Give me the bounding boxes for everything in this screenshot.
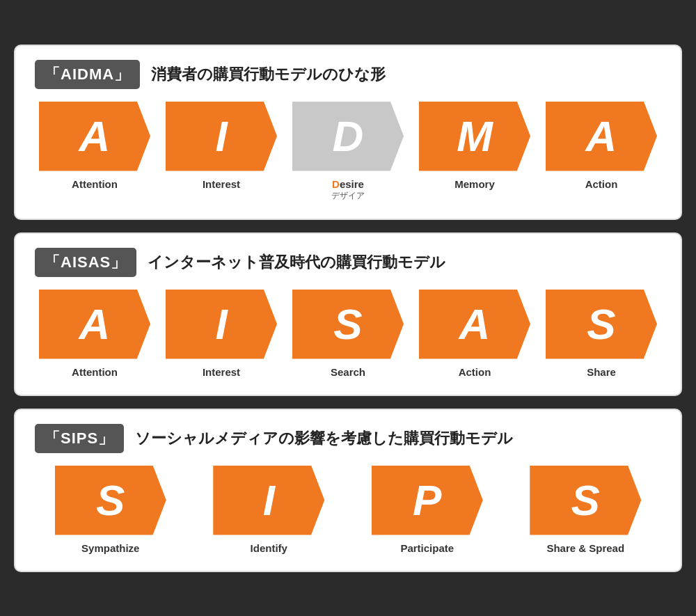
arrow-shape-aisas-1: I <box>166 290 277 359</box>
arrow-letter-aidma-0: A <box>79 115 111 158</box>
section-aidma: 「AIDMA」消費者の購買行動モデルのひな形AAttentionIInteres… <box>14 45 682 220</box>
section-tag-aidma: 「AIDMA」 <box>35 60 140 89</box>
arrow-letter-aidma-3: M <box>457 115 493 158</box>
arrow-label-sips-1: Identify <box>251 542 287 554</box>
arrow-item-aidma-3: MMemory <box>415 102 535 190</box>
arrow-letter-aisas-0: A <box>79 303 111 346</box>
arrow-shape-aisas-4: S <box>546 290 657 359</box>
arrow-shape-aisas-3: A <box>419 290 530 359</box>
arrow-label-desire: Desire <box>332 178 364 190</box>
section-tag-aisas: 「AISAS」 <box>35 248 136 277</box>
arrow-item-sips-0: SSympathize <box>35 466 187 554</box>
arrow-item-aidma-2: DDesireデザイア <box>288 102 408 202</box>
section-title-aidma: 消費者の購買行動モデルのひな形 <box>151 64 386 85</box>
arrow-letter-aidma-4: A <box>586 115 617 158</box>
arrow-label-aisas-1: Interest <box>203 366 240 378</box>
arrow-label-sips-0: Sympathize <box>81 542 139 554</box>
main-container: 「AIDMA」消費者の購買行動モデルのひな形AAttentionIInteres… <box>14 45 682 572</box>
section-title-sips: ソーシャルメディアの影響を考慮した購買行動モデル <box>135 428 513 449</box>
arrow-item-aidma-4: AAction <box>541 102 661 190</box>
section-header-aidma: 「AIDMA」消費者の購買行動モデルのひな形 <box>35 60 661 89</box>
arrow-letter-sips-2: P <box>413 479 441 522</box>
arrow-item-aisas-2: SSearch <box>288 290 408 378</box>
section-title-aisas: インターネット普及時代の購買行動モデル <box>148 252 445 273</box>
arrow-shape-aidma-4: A <box>546 102 657 171</box>
arrow-label-aisas-4: Share <box>587 366 616 378</box>
arrows-row-aisas: AAttentionIInterestSSearchAActionSShare <box>35 290 661 378</box>
arrow-letter-aidma-2: D <box>333 115 364 158</box>
arrow-letter-aisas-1: I <box>215 303 227 346</box>
arrow-letter-aisas-2: S <box>333 303 362 346</box>
arrow-shape-aisas-0: A <box>39 290 150 359</box>
arrows-row-sips: SSympathizeIIdentifyPParticipateSShare &… <box>35 466 661 554</box>
arrow-label-aidma-1: Interest <box>203 178 240 190</box>
arrow-item-aidma-1: IInterest <box>161 102 281 190</box>
arrows-row-aidma: AAttentionIInterestDDesireデザイアMMemoryAAc… <box>35 102 661 202</box>
arrow-label-aisas-3: Action <box>459 366 491 378</box>
arrow-shape-sips-3: S <box>530 466 641 535</box>
arrow-shape-aidma-0: A <box>39 102 150 171</box>
arrow-letter-sips-1: I <box>263 479 275 522</box>
arrow-letter-aisas-3: A <box>459 303 491 346</box>
arrow-item-aidma-0: AAttention <box>35 102 155 190</box>
arrow-shape-sips-0: S <box>55 466 166 535</box>
arrow-label-aidma-3: Memory <box>454 178 495 190</box>
section-header-aisas: 「AISAS」インターネット普及時代の購買行動モデル <box>35 248 661 277</box>
arrow-letter-sips-3: S <box>571 479 600 522</box>
arrow-label-sips-3: Share & Spread <box>546 542 624 554</box>
arrow-label-aisas-0: Attention <box>72 366 118 378</box>
arrow-shape-aidma-2: D <box>292 102 404 171</box>
arrow-letter-aidma-1: I <box>215 115 227 158</box>
arrow-shape-sips-2: P <box>372 466 483 535</box>
section-header-sips: 「SIPS」ソーシャルメディアの影響を考慮した購買行動モデル <box>35 424 661 453</box>
arrow-item-aisas-3: AAction <box>415 290 535 378</box>
section-sips: 「SIPS」ソーシャルメディアの影響を考慮した購買行動モデルSSympathiz… <box>14 409 682 572</box>
arrow-shape-aidma-1: I <box>166 102 277 171</box>
arrow-shape-aisas-2: S <box>292 290 404 359</box>
arrow-item-aisas-4: SShare <box>541 290 661 378</box>
arrow-item-sips-1: IIdentify <box>193 466 345 554</box>
arrow-item-aisas-1: IInterest <box>161 290 281 378</box>
arrow-item-sips-2: PParticipate <box>351 466 503 554</box>
arrow-shape-sips-1: I <box>213 466 324 535</box>
arrow-item-sips-3: SShare & Spread <box>510 466 662 554</box>
arrow-letter-sips-0: S <box>96 479 125 522</box>
arrow-label-aidma-4: Action <box>585 178 618 190</box>
section-tag-sips: 「SIPS」 <box>35 424 124 453</box>
arrow-label-aidma-0: Attention <box>72 178 118 190</box>
arrow-item-aisas-0: AAttention <box>35 290 155 378</box>
section-aisas: 「AISAS」インターネット普及時代の購買行動モデルAAttentionIInt… <box>14 232 682 396</box>
arrow-label-sips-2: Participate <box>400 542 454 554</box>
arrow-label-aisas-2: Search <box>331 366 365 378</box>
arrow-shape-aidma-3: M <box>419 102 530 171</box>
arrow-sublabel-desire: デザイア <box>331 190 365 202</box>
arrow-letter-aisas-4: S <box>587 303 615 346</box>
